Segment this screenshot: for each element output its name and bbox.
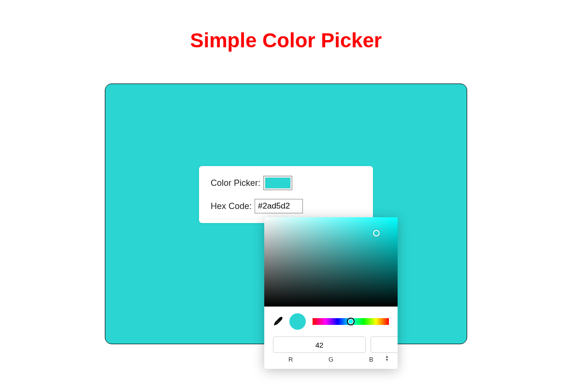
hex-label: Hex Code: (211, 201, 252, 211)
saturation-value-area[interactable] (264, 217, 398, 307)
rgb-labels-row: R G B ▲▼ (273, 356, 389, 363)
format-toggle-icon[interactable]: ▲▼ (385, 355, 389, 362)
hue-slider[interactable] (313, 318, 389, 325)
page-title: Simple Color Picker (0, 29, 572, 52)
color-picker-label: Color Picker: (211, 178, 260, 188)
hue-slider-thumb[interactable] (347, 318, 355, 325)
color-swatch-button[interactable] (263, 176, 292, 190)
g-input[interactable] (371, 336, 398, 353)
popup-controls: R G B ▲▼ (264, 307, 398, 369)
g-label: G (313, 356, 348, 363)
eyedropper-icon[interactable] (273, 317, 283, 326)
picker-card: Color Picker: Hex Code: (199, 166, 373, 223)
sv-cursor (373, 230, 380, 237)
current-color-swatch (289, 313, 306, 330)
color-picker-row: Color Picker: (211, 176, 361, 190)
hex-row: Hex Code: (211, 199, 361, 213)
popup-row-1 (273, 313, 389, 330)
r-label: R (273, 356, 308, 363)
hex-input[interactable] (255, 199, 303, 213)
rgb-inputs-row (273, 336, 389, 353)
color-picker-popup: R G B ▲▼ (264, 217, 398, 369)
b-label: B (354, 356, 389, 363)
r-input[interactable] (273, 336, 366, 353)
color-swatch-inner (265, 178, 290, 188)
